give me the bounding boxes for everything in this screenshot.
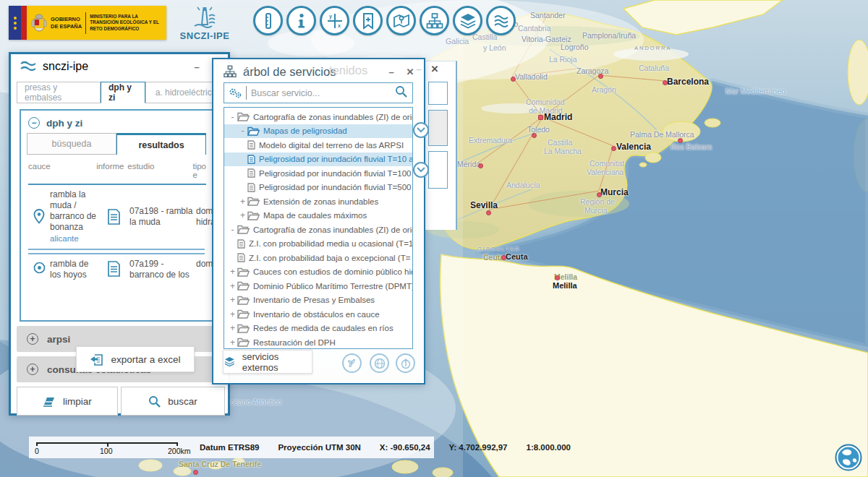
measure-tool-button[interactable] [253, 6, 283, 35]
snczi-waves-tool-button[interactable] [486, 6, 516, 35]
subtab-resultados[interactable]: resultados [116, 133, 206, 155]
divider [28, 249, 205, 250]
tree-item[interactable]: - Cartografía de zonas inundables (ZI) d… [224, 110, 412, 124]
tree-item[interactable]: + Restauración del DPH [224, 335, 412, 349]
tree-expander[interactable]: + [239, 210, 247, 220]
external-services-label: servicios externos [242, 351, 312, 373]
chevron-down-icon[interactable] [413, 122, 429, 138]
globe-export-icon [400, 358, 412, 369]
panel-title: árbol de servicios [243, 65, 336, 79]
tree-expander[interactable]: - [229, 112, 237, 122]
scale-bar: 0 100 200km [33, 439, 181, 455]
scale-tick: 200km [168, 447, 191, 455]
tree-item-label: Restauración del DPH [253, 338, 336, 347]
tree-item[interactable]: + Cauces con estudios de dominio público… [224, 265, 412, 280]
tree-expander[interactable]: + [229, 267, 237, 277]
report-document-icon[interactable] [107, 261, 121, 277]
minimize-icon[interactable]: – [412, 64, 425, 74]
subtab-busqueda[interactable]: búsqueda [27, 133, 116, 155]
panel-title: snczi-ipe [43, 60, 88, 73]
minimize-icon[interactable]: – [190, 61, 203, 72]
globe-export-button[interactable] [396, 353, 415, 373]
clear-button[interactable]: limpiar [17, 387, 118, 416]
tree-expander[interactable]: + [229, 309, 237, 319]
tree-expander[interactable]: + [239, 197, 247, 207]
report-document-icon[interactable] [107, 209, 121, 225]
bookmark-tool-button[interactable] [353, 6, 383, 35]
tree-item[interactable]: Z.I. con probabilidad media u ocasional … [224, 237, 412, 252]
tab-dph-y-zi[interactable]: dph y zi [101, 82, 145, 103]
eu-flag [9, 6, 21, 40]
globe-button[interactable] [370, 353, 389, 373]
col-estudio: estudio [127, 162, 192, 179]
tree-expander[interactable]: - [239, 126, 247, 136]
tab-presas-y-embalses[interactable]: presas y embalses [17, 82, 101, 103]
datum-value: Datum ETRS89 [200, 443, 259, 452]
app-logo-text: SNCZI-IPE [174, 30, 236, 41]
overview-globe-button[interactable] [835, 444, 862, 471]
tree-item-label: Z.I. con probabilidad baja o excepcional… [249, 254, 413, 262]
tree-expander[interactable]: - [229, 225, 237, 235]
measure-icon [260, 12, 277, 30]
tree-item[interactable]: Z.I. con probabilidad baja o excepcional… [224, 251, 412, 265]
table-row[interactable]: rambla la muda / barranco de bonanza ali… [28, 189, 212, 244]
tree-item[interactable]: Peligrosidad por inundación fluvial T=10… [224, 166, 412, 181]
contents-layer-row[interactable] [428, 151, 448, 189]
export-label: exportar a excel [111, 354, 180, 365]
tree-item-label: Redes de medida de caudales en ríos [253, 324, 393, 332]
tree-item[interactable]: - Cartografía de zonas inundables (ZI) d… [224, 223, 412, 237]
expand-icon[interactable]: + [27, 364, 38, 375]
spain-flag-stripe [21, 6, 27, 40]
folder-icon [247, 126, 260, 136]
tree-item[interactable]: Modelo digital del terreno de las ARPSI [224, 138, 412, 152]
result-subtabs: búsqueda resultados [27, 133, 206, 155]
tree-expander[interactable]: + [229, 281, 237, 291]
export-excel-icon [90, 353, 104, 366]
tree-item[interactable]: + Inventario de obstáculos en cauce [224, 307, 412, 322]
table-row[interactable]: rambla de los hoyos 07a199 - barranco de… [28, 259, 212, 280]
search-button[interactable]: buscar [121, 387, 225, 416]
contents-layer-row[interactable] [428, 110, 448, 146]
col-informe: informe [96, 162, 127, 179]
expand-icon[interactable]: + [27, 333, 38, 345]
layers-tool-button[interactable] [453, 6, 482, 35]
locator-map-tool-button[interactable] [386, 6, 416, 35]
locator-map-icon [392, 12, 411, 30]
pdf-fan-button[interactable] [342, 353, 362, 373]
tree-item[interactable]: + Mapa de caudales máximos [224, 209, 412, 223]
tree-item[interactable]: + Extensión de zonas inundables [224, 194, 412, 209]
divider [28, 184, 206, 185]
tree-item[interactable]: + Inventario de Presas y Embalses [224, 293, 412, 308]
province-link[interactable]: alicante [50, 233, 98, 244]
close-icon[interactable]: ✕ [428, 64, 441, 74]
minimize-icon[interactable]: – [385, 66, 398, 77]
tree-item-label: Modelo digital del terreno de las ARPSI [259, 141, 404, 150]
coordinates-icon: y x [326, 12, 344, 30]
chevron-down-icon[interactable] [413, 162, 429, 178]
tree-item-label: Z.I. con probabilidad media u ocasional … [249, 239, 413, 248]
tree-item-label: Mapa de caudales máximos [263, 211, 367, 220]
tree-item[interactable]: + Redes de medida de caudales en ríos [224, 322, 412, 336]
gov-line2: DE ESPAÑA [51, 23, 82, 30]
tree-item[interactable]: Peligrosidad por inundación fluvial T=10… [224, 152, 412, 167]
coordinate-x: X: -90.650,24 [380, 443, 430, 452]
export-excel-button[interactable]: exportar a excel [76, 346, 195, 372]
services-tree-tool-button[interactable] [420, 6, 449, 35]
search-icon[interactable] [395, 85, 407, 98]
info-tool-button[interactable] [286, 6, 316, 35]
tree-expander[interactable]: + [229, 323, 237, 333]
service-search-input[interactable] [247, 88, 395, 98]
coordinates-tool-button[interactable]: y x [320, 6, 349, 35]
mallorca-island [663, 121, 700, 142]
external-services-button[interactable]: servicios externos [223, 350, 312, 374]
tree-expander[interactable]: + [229, 295, 237, 305]
folder-icon [237, 338, 250, 347]
contents-panel-title-fragment: tenidos [329, 64, 367, 77]
tree-item[interactable]: + Dominio Público Marítimo Terrestre (DP… [224, 279, 412, 293]
section-header[interactable]: − dph y zi [28, 117, 212, 129]
collapse-icon[interactable]: − [28, 117, 40, 129]
tree-expander[interactable]: + [229, 338, 237, 348]
folder-icon [247, 211, 260, 220]
tree-item[interactable]: Peligrosidad por inundación fluvial T=50… [224, 181, 412, 195]
tree-item[interactable]: - Mapas de peligrosidad [224, 124, 412, 139]
